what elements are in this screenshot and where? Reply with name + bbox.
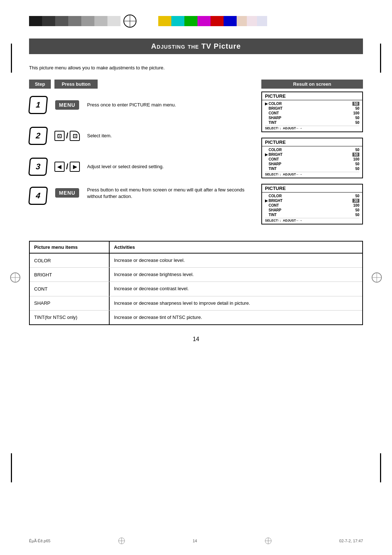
right-color-bars <box>158 16 267 26</box>
pic-footer-3: SELECT↑↓ ADJUST←→ <box>265 218 359 223</box>
page-footer: ÊµÃ·Êê.p65 14 02-7-2, 17:47 <box>0 538 392 544</box>
steps-right: Result on screen PICTURE ▶ COLOR 50 BRIG… <box>261 80 363 230</box>
pic-value-sharp-2: 50 <box>355 162 359 166</box>
pic-label-tint-3: TINT <box>265 213 355 217</box>
left-color-bars <box>29 16 121 26</box>
pic-label-bright-3: BRIGHT <box>268 199 352 203</box>
step-desc-2: Select item. <box>87 133 254 139</box>
nav-icon-3[interactable]: ◀ / ▶ <box>54 162 80 172</box>
pic-row-cont-1: CONT 100 <box>265 111 359 116</box>
pic-value-cont-3: 100 <box>353 203 359 207</box>
nav-left-icon: ◀ <box>54 162 65 172</box>
cb-light-gray <box>81 16 94 26</box>
pic-footer-2: SELECT↑↓ ADJUST←→ <box>265 172 359 177</box>
step-row-2: 2 ⊡ / ⊡ Select item. <box>29 125 254 147</box>
bt-item-color: COLOR <box>30 254 110 267</box>
cb-cyan <box>171 16 184 26</box>
pic-label-color-1: COLOR <box>268 102 352 106</box>
picture-box-3: PICTURE COLOR 50 ▶ BRIGHT 30 CONT 100 <box>261 184 363 224</box>
steps-layout: Step Press button 1 MENU Press once to e… <box>29 80 363 230</box>
nav-separator-3: / <box>66 162 68 171</box>
cb-lighter-gray <box>94 16 107 26</box>
step-button-3: ◀ / ▶ <box>51 162 83 172</box>
picture-box-1-title: PICTURE <box>262 92 362 100</box>
bottom-table-header: Picture menu items Activities <box>30 242 362 254</box>
pic-value-color-3: 50 <box>355 194 359 198</box>
nav-separator: / <box>66 131 68 141</box>
pic-row-tint-3: TINT 50 <box>265 212 359 217</box>
picture-box-3-title: PICTURE <box>262 185 362 193</box>
left-side-decoration <box>11 44 12 73</box>
bt-header-items: Picture menu items <box>30 242 110 253</box>
bt-activity-tint: Increase or decrease tint of NTSC pictur… <box>110 311 362 324</box>
picture-box-1-content: ▶ COLOR 50 BRIGHT 50 CONT 100 SHARP 50 <box>262 100 362 131</box>
bt-item-cont: CONT <box>30 282 110 296</box>
pic-label-cont-2: CONT <box>265 157 353 161</box>
footer-right: 02-7-2, 17:47 <box>339 539 363 543</box>
pic-arrow-color-1: ▶ <box>265 102 268 106</box>
nav-icon-2[interactable]: ⊡ / ⊡ <box>54 131 80 141</box>
cb-red <box>211 16 224 26</box>
cb-black <box>29 16 42 26</box>
cb-mid-gray <box>68 16 81 26</box>
picture-box-1: PICTURE ▶ COLOR 50 BRIGHT 50 CONT 100 <box>261 92 363 132</box>
cb-gray <box>55 16 68 26</box>
pic-value-bright-2: 50 <box>352 153 359 157</box>
title-text-suffix: Picture <box>214 42 241 50</box>
bt-activity-bright: Increase or decrease brightness level. <box>110 268 362 281</box>
pic-value-tint-1: 50 <box>355 121 359 125</box>
picture-box-2-content: COLOR 50 ▶ BRIGHT 50 CONT 100 SHARP 50 <box>262 146 362 178</box>
pic-row-bright-2: ▶ BRIGHT 50 <box>265 152 359 157</box>
footer-left: ÊµÃ·Êê.p65 <box>29 539 50 543</box>
bt-activity-cont: Increase or decrease contrast level. <box>110 282 362 296</box>
pic-row-color-2: COLOR 50 <box>265 147 359 152</box>
page-crosshair-left <box>10 272 20 283</box>
left-side-decoration-bottom <box>11 453 12 482</box>
bt-item-tint: TINT(for NTSC only) <box>30 311 110 324</box>
steps-header: Step Press button <box>29 80 254 89</box>
nav-right-icon: ▶ <box>70 162 80 172</box>
pic-value-cont-2: 100 <box>353 157 359 161</box>
page-crosshair-right <box>372 272 382 283</box>
footer-center: 14 <box>193 539 197 543</box>
pic-label-color-3: COLOR <box>265 194 355 198</box>
header-result: Result on screen <box>261 80 363 89</box>
step-row-1: 1 MENU Press once to enter PICTURE main … <box>29 94 254 116</box>
cb-green <box>184 16 197 26</box>
table-row-bright: BRIGHT Increase or decrease brightness l… <box>30 268 362 282</box>
pic-arrow-bright-2: ▶ <box>265 153 268 157</box>
cb-skin <box>237 16 247 26</box>
pic-row-sharp-2: SHARP 50 <box>265 162 359 166</box>
pic-label-tint-1: TINT <box>265 121 355 125</box>
step-desc-3: Adjust level or select desired setting. <box>87 163 254 170</box>
pic-value-color-1: 50 <box>352 102 359 106</box>
footer-crosshair-right <box>265 538 271 544</box>
result-header-row: Result on screen <box>261 80 363 89</box>
nav-down-icon: ⊡ <box>70 131 80 141</box>
step-desc-4: Press button to exit menu from screen or… <box>87 187 254 200</box>
pic-label-sharp-2: SHARP <box>265 162 355 166</box>
menu-button-4[interactable]: MENU <box>55 188 79 198</box>
cb-yellow <box>158 16 171 26</box>
pic-label-bright-2: BRIGHT <box>268 153 352 157</box>
pic-value-sharp-3: 50 <box>355 208 359 212</box>
step-button-4: MENU <box>51 187 83 198</box>
pic-label-cont-1: CONT <box>265 111 353 115</box>
pic-label-color-2: COLOR <box>265 148 355 152</box>
pic-value-bright-1: 50 <box>355 106 359 110</box>
steps-left: Step Press button 1 MENU Press once to e… <box>29 80 254 230</box>
pic-row-color-1: ▶ COLOR 50 <box>265 101 359 106</box>
pic-label-sharp-1: SHARP <box>265 116 355 120</box>
step-number-1: 1 <box>28 96 48 114</box>
menu-button-1[interactable]: MENU <box>55 100 79 110</box>
pic-row-color-3: COLOR 50 <box>265 194 359 198</box>
cb-near-white <box>107 16 121 26</box>
footer-crosshair <box>118 538 125 544</box>
bt-activity-color: Increase or decrease colour level. <box>110 254 362 267</box>
pic-value-tint-2: 50 <box>355 167 359 171</box>
step-number-3: 3 <box>28 158 48 176</box>
step-number-4: 4 <box>28 187 48 205</box>
pic-value-tint-3: 50 <box>355 213 359 217</box>
pic-label-sharp-3: SHARP <box>265 208 355 212</box>
table-row-sharp: SHARP Increase or decrease sharpness lev… <box>30 296 362 311</box>
